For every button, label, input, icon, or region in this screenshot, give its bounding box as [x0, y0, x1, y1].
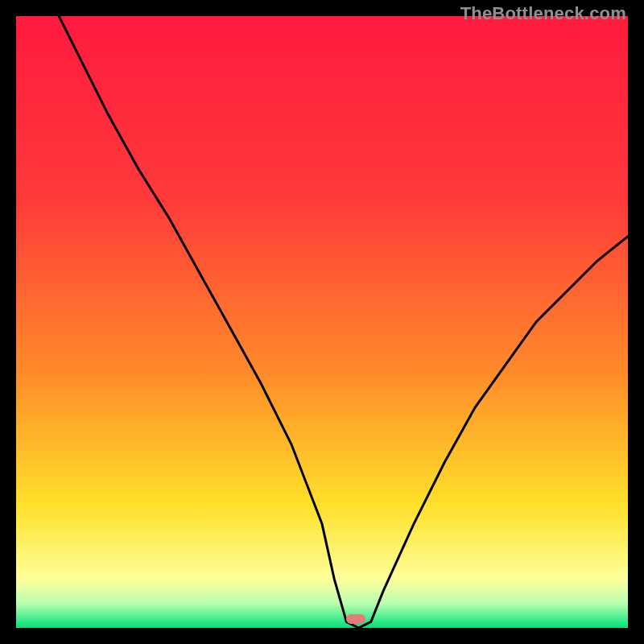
curve-path — [59, 16, 628, 628]
chart-frame: TheBottleneck.com — [0, 0, 644, 644]
bottleneck-curve — [16, 16, 628, 628]
optimal-marker — [346, 614, 365, 624]
plot-area — [16, 16, 628, 628]
watermark-text: TheBottleneck.com — [460, 3, 626, 24]
